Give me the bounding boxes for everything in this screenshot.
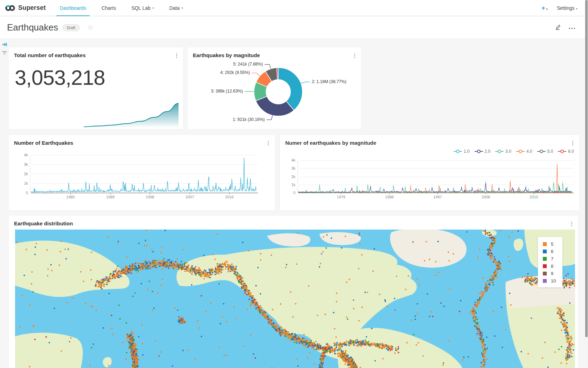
donut-slice-label: 3: 386k (12.63%) — [211, 89, 243, 94]
filter-bar-rail — [0, 39, 9, 368]
expand-filter-bar-icon[interactable] — [2, 42, 7, 47]
chart-title: Earthquake distribution — [14, 220, 73, 226]
world-map[interactable]: 5678910 — [15, 230, 575, 368]
chart-card-earthquakes-by-magnitude: Earthquakes by magnitude 2: 1.18M (38.77… — [188, 47, 361, 129]
nav-dashboards[interactable]: Dashboards — [52, 0, 94, 16]
map-legend-item-6: 6 — [543, 248, 562, 255]
map-legend-item-7: 7 — [543, 255, 562, 263]
chevron-down-icon: ▾ — [545, 7, 548, 11]
donut-chart[interactable] — [188, 47, 361, 129]
chart-card-earthquake-distribution: Earthquake distribution 5678910 — [9, 216, 578, 368]
nav-sql-lab[interactable]: SQL Lab▾ — [124, 0, 161, 16]
legend-label: 6 — [551, 249, 553, 254]
edit-pencil-icon[interactable] — [554, 23, 561, 32]
legend-label: 9 — [551, 271, 553, 276]
superset-logo[interactable]: Superset — [0, 4, 52, 12]
map-legend-item-9: 9 — [543, 270, 562, 277]
chevron-down-icon: ▾ — [152, 6, 154, 10]
chevron-down-icon: ▾ — [181, 6, 183, 10]
map-legend-item-10: 10 — [543, 277, 562, 285]
legend-label: 7 — [551, 256, 553, 261]
legend-swatch-icon — [543, 264, 547, 268]
favorite-star-icon[interactable]: ☆ — [88, 23, 93, 32]
map-legend-item-5: 5 — [543, 240, 562, 248]
legend-label: 10 — [551, 278, 556, 284]
big-number-value: 3,053,218 — [15, 66, 105, 90]
line-chart[interactable] — [280, 135, 579, 210]
trendline-sparkline — [9, 100, 183, 129]
donut-slice-label: 4: 292k (9.55%) — [220, 70, 250, 75]
donut-slice-label: 5: 241k (7.88%) — [233, 62, 263, 67]
chart-menu-kebab-icon[interactable] — [569, 220, 574, 227]
filter-funnel-icon[interactable] — [2, 50, 7, 55]
legend-label: 5 — [551, 241, 553, 247]
chevron-down-icon: ▾ — [576, 7, 578, 11]
donut-slice-label: 2: 1.18M (38.77%) — [312, 79, 346, 84]
chart-title: Total number of earthquakes — [14, 52, 86, 58]
legend-label: 8 — [551, 264, 553, 269]
legend-swatch-icon — [543, 279, 547, 283]
legend-swatch-icon — [543, 250, 547, 253]
brand-name: Superset — [18, 4, 46, 12]
chart-menu-kebab-icon[interactable] — [174, 52, 179, 59]
chart-card-earthquakes-by-magnitude-ts: Numer of earthquakes by magnitude 1.02.0… — [280, 135, 579, 210]
map-legend-item-8: 8 — [543, 263, 562, 270]
more-options-icon[interactable] — [568, 25, 575, 31]
scrollbar-thumb[interactable] — [585, 0, 588, 337]
settings-menu[interactable]: Settings ▾ — [557, 5, 578, 11]
chart-card-number-of-earthquakes: Number of Earthquakes — [9, 135, 275, 210]
nav-data[interactable]: Data▾ — [162, 0, 191, 16]
superset-infinity-icon — [5, 5, 15, 12]
dashboard-header: Earthquakes Draft ☆ — [0, 16, 588, 39]
legend-swatch-icon — [543, 257, 547, 261]
status-badge: Draft — [62, 24, 80, 31]
map-legend: 5678910 — [538, 237, 562, 287]
donut-slice-label: 1: 921k (30.16%) — [233, 117, 265, 122]
nav-charts[interactable]: Charts — [94, 0, 124, 16]
page-title: Earthquakes — [7, 22, 58, 33]
legend-swatch-icon — [543, 242, 547, 246]
top-navbar: Superset Dashboards Charts SQL Lab▾ Data… — [0, 0, 588, 16]
chart-card-total-earthquakes: Total number of earthquakes 3,053,218 — [9, 47, 183, 129]
new-item-button[interactable]: + ▾ — [541, 4, 548, 12]
page-scrollbar — [585, 0, 588, 368]
line-chart[interactable] — [9, 135, 275, 210]
legend-swatch-icon — [543, 272, 547, 275]
